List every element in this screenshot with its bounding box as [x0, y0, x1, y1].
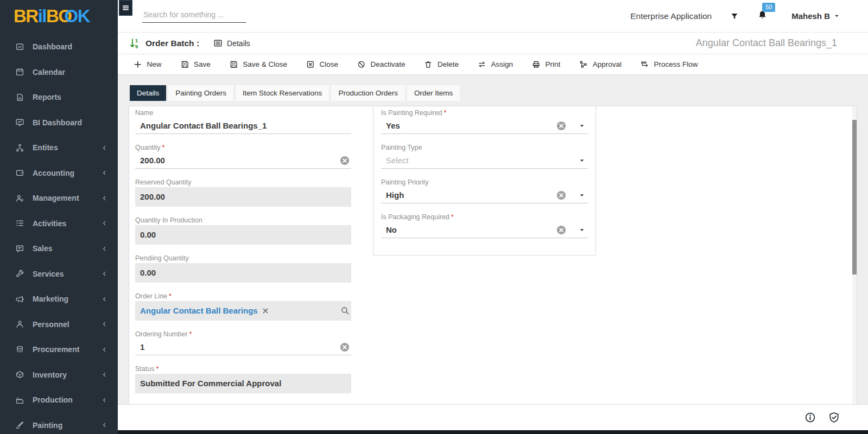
sidebar-item-dashboard[interactable]: Dashboard [0, 34, 118, 60]
sidebar-item-marketing[interactable]: Marketing [0, 286, 118, 312]
chevron-left-icon [102, 422, 107, 428]
sidebar-item-activities[interactable]: Activities [0, 211, 118, 237]
field-value-row[interactable]: 0.00 [135, 263, 351, 283]
form-column-right: Is Painting Required * Yes Pai [373, 106, 596, 256]
sidebar-item-label: Procurement [33, 345, 79, 354]
field-label-text: Pendiing Quantity [135, 254, 189, 262]
field-value-row[interactable]: 200.00 [135, 187, 351, 207]
required-asterisk: * [162, 144, 165, 151]
field-value-row[interactable]: Submitted For Commercial Approval [135, 374, 351, 393]
dropdown-caret-icon[interactable] [579, 192, 585, 199]
toolbar-button-process-flow[interactable]: Process Flow [641, 60, 698, 69]
field-value-row[interactable]: Select [381, 152, 588, 169]
chevron-left-icon [102, 246, 107, 252]
sidebar-item-reports[interactable]: Reports [0, 85, 118, 110]
search-input[interactable] [142, 10, 246, 20]
sidebar-item-label: BI Dashboard [33, 118, 82, 127]
toolbar-button-new[interactable]: New [134, 60, 162, 69]
sidebar-item-label: Painting [33, 421, 62, 430]
dropdown-caret-icon[interactable] [579, 227, 585, 233]
svg-text:9: 9 [135, 44, 138, 49]
toolbar-button-assign[interactable]: Assign [478, 60, 513, 69]
lookup-search-icon[interactable] [340, 306, 350, 315]
sidebar-item-management[interactable]: Management [0, 186, 118, 211]
sidebar-item-personnel[interactable]: Personnel [0, 312, 118, 337]
sidebar-item-painting[interactable]: Painting [0, 413, 118, 434]
toolbar-button-label: Process Flow [654, 60, 698, 68]
dropdown-caret-icon[interactable] [579, 123, 585, 129]
command-toolbar: New Save Save & Close Close Deactivate [118, 54, 868, 75]
sidebar-item-inventory[interactable]: Inventory [0, 362, 118, 388]
reports-icon [15, 93, 25, 102]
scrollbar-thumb[interactable] [852, 120, 857, 275]
tab-order-items[interactable]: Order Items [407, 85, 460, 101]
assign-icon [478, 60, 486, 69]
field-value-text: 0.00 [140, 230, 156, 239]
field-value-row[interactable]: 0.00 [135, 225, 351, 245]
field-value-row[interactable]: No [381, 222, 588, 238]
dropdown-caret-icon[interactable] [579, 157, 585, 164]
record-title: Angular Contact Ball Bearings_1 [696, 37, 837, 49]
field-value-row[interactable]: 200.00 [135, 152, 351, 169]
toolbar-button-approval[interactable]: Approval [579, 60, 622, 69]
sidebar-item-label: Entites [33, 143, 58, 152]
view-selector[interactable]: Details [213, 39, 250, 48]
shield-check-icon[interactable] [828, 412, 840, 423]
entites-icon [15, 143, 25, 152]
field-value-row[interactable]: Angular Contact Ball Bearings [135, 301, 351, 321]
clear-field-icon[interactable] [556, 225, 566, 235]
toolbar-button-save[interactable]: Save [181, 60, 211, 69]
sidebar-toggle-button[interactable] [119, 0, 132, 16]
notifications-button[interactable]: 50 [757, 10, 768, 23]
field-label-text: Ordering Number [135, 330, 188, 338]
remove-lookup-value-icon[interactable] [262, 307, 269, 315]
sidebar-item-bi-dashboard[interactable]: BI Dashboard [0, 110, 118, 136]
field-label: Pendiing Quantity [135, 252, 351, 261]
hamburger-icon [122, 4, 130, 12]
sidebar-item-accounting[interactable]: Accounting [0, 161, 118, 186]
tab-item-stock-reservations[interactable]: Item Stock Reservations [236, 85, 329, 101]
tab-painting-orders[interactable]: Painting Orders [168, 85, 233, 101]
sidebar-item-services[interactable]: Services [0, 261, 118, 287]
sidebar-item-label: Activities [33, 219, 66, 228]
toolbar-button-print[interactable]: Print [532, 60, 560, 69]
svg-text:1: 1 [135, 38, 138, 43]
tab-details[interactable]: Details [130, 85, 166, 101]
sidebar-item-production[interactable]: Production [0, 387, 118, 413]
deactivate-icon [357, 60, 366, 69]
tab-production-orders[interactable]: Production Orders [331, 85, 405, 101]
plus-icon [134, 60, 142, 69]
clear-field-icon[interactable] [340, 342, 350, 352]
clear-field-icon[interactable] [556, 190, 566, 200]
services-icon [15, 269, 25, 278]
field-value-row[interactable]: Yes [381, 118, 588, 134]
toolbar-button-deactivate[interactable]: Deactivate [357, 60, 405, 69]
clear-field-icon[interactable] [556, 121, 566, 131]
inventory-icon [15, 370, 25, 379]
chevron-left-icon [102, 347, 107, 353]
field-value-row[interactable]: 1 [135, 339, 351, 355]
toolbar-button-close[interactable]: Close [306, 60, 338, 69]
activities-icon [15, 219, 25, 228]
tab-label: Item Stock Reservations [243, 89, 322, 97]
tab-label: Order Items [414, 89, 453, 97]
clear-field-icon[interactable] [340, 156, 350, 165]
print-icon [532, 60, 541, 69]
sidebar-item-procurement[interactable]: Procurement [0, 337, 118, 362]
sidebar-item-label: Reports [33, 93, 61, 101]
info-icon[interactable] [804, 412, 816, 423]
user-menu[interactable]: Mahesh B [791, 11, 840, 21]
sidebar-item-label: Personnel [33, 320, 69, 329]
scrollbar-track[interactable] [852, 106, 857, 404]
field-value-row[interactable]: High [381, 187, 588, 203]
brand-logo[interactable]: BR il BO OK [0, 0, 118, 33]
sidebar-item-calendar[interactable]: Calendar [0, 60, 118, 85]
sidebar-item-sales[interactable]: Sales [0, 236, 118, 261]
field-value-row[interactable]: Angular Contact Ball Bearings_1 [135, 118, 351, 134]
sidebar-item-entites[interactable]: Entites [0, 135, 118, 161]
calendar-icon [15, 67, 25, 76]
toolbar-button-delete[interactable]: Delete [424, 60, 459, 69]
field-quantity-in-production: Quantity In Production 0.00 [135, 214, 351, 245]
toolbar-button-save-close[interactable]: Save & Close [230, 60, 287, 69]
filter-icon[interactable] [730, 12, 739, 21]
